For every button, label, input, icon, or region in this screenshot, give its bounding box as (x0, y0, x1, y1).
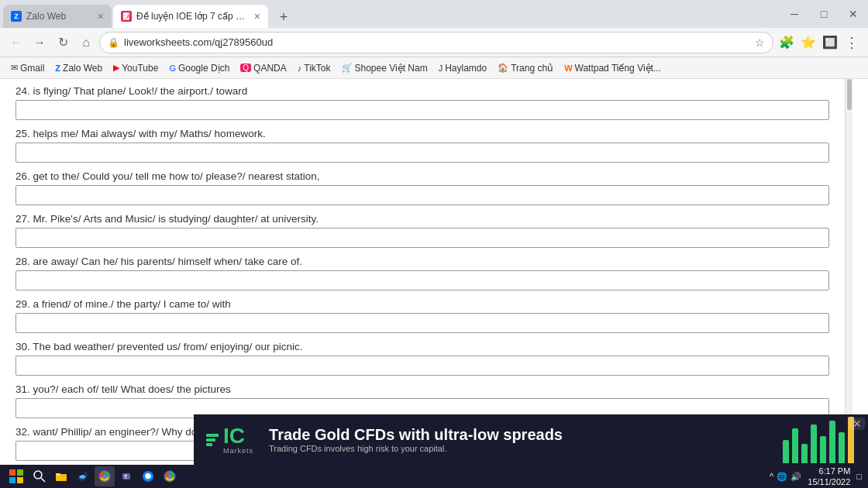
svg-point-9 (102, 474, 107, 479)
navigation-bar: ← → ↻ ⌂ 🔒 liveworksheets.com/qj2789560ud… (0, 28, 868, 57)
bookmark-zalo-label: Zalo Web (63, 63, 102, 74)
extension2-icon[interactable]: 🔲 (820, 33, 840, 53)
taskbar-chrome[interactable] (95, 466, 115, 486)
page-content: 24. is flying/ That plane/ Look!/ the ai… (0, 79, 868, 465)
menu-icon[interactable]: ⋮ (842, 33, 862, 53)
ad-logo-text: IC Markets (223, 425, 253, 455)
tray-sound-icon[interactable]: 🔊 (790, 472, 801, 482)
question-26: 26. get to the/ Could you/ tell me how t… (16, 170, 829, 205)
question-29-input[interactable] (16, 313, 829, 333)
extensions-icon[interactable]: 🧩 (777, 33, 797, 53)
bookmark-shopee[interactable]: 🛒 Shopee Việt Nam (337, 61, 432, 75)
address-bar[interactable]: 🔒 liveworksheets.com/qj2789560ud ☆ (99, 32, 773, 53)
qanda-icon: Q (240, 64, 251, 72)
window-controls: ─ □ ✕ (780, 0, 868, 28)
notification-icon[interactable]: □ (856, 472, 862, 481)
start-button[interactable] (6, 466, 26, 486)
tab-zalo-web[interactable]: Z Zalo Web × (3, 5, 112, 28)
question-24-text: 24. is flying/ That plane/ Look!/ the ai… (16, 85, 829, 97)
date: 15/11/2022 (808, 476, 850, 487)
taskbar-search[interactable] (29, 466, 50, 486)
bookmark-youtube[interactable]: ▶ YouTube (108, 61, 163, 75)
bookmark-gmail-label: Gmail (20, 63, 44, 74)
question-25-input[interactable] (16, 143, 829, 163)
address-text: liveworksheets.com/qj2789560ud (124, 36, 750, 48)
tray-up-icon[interactable]: ^ (770, 472, 773, 481)
bookmark-haylamdo-label: Haylamdo (445, 63, 487, 74)
bookmark-trang-chu-label: Trang chủ (511, 63, 553, 74)
question-26-input[interactable] (16, 185, 829, 205)
taskbar: T ^ 🌐 🔊 6:17 PM 15/11/20 (0, 465, 868, 488)
tray-network-icon[interactable]: 🌐 (777, 472, 787, 482)
svg-line-5 (41, 478, 45, 482)
browser-chrome: Z Zalo Web × 📝 Đề luyện IOE lớp 7 cấp qu… (0, 0, 868, 79)
svg-text:T: T (124, 474, 128, 479)
tab-ioe-close[interactable]: × (254, 10, 260, 22)
ad-banner: IC Markets Trade Gold CFDs with ultra-lo… (194, 414, 868, 465)
question-29-text: 29. a friend/ of mine./ the party/ I cam… (16, 298, 829, 310)
taskbar-file-explorer[interactable] (51, 466, 71, 486)
youtube-icon: ▶ (113, 63, 119, 73)
ioe-favicon: 📝 (121, 11, 132, 22)
ad-logo-ic: IC (223, 425, 245, 447)
bookmark-google-dich-label: Google Dịch (178, 63, 229, 74)
tab-zalo-close[interactable]: × (98, 10, 104, 22)
profile-icon[interactable]: ⭐ (798, 33, 818, 53)
scrollbar[interactable] (845, 79, 852, 465)
question-31: 31. you?/ each of/ tell/ What does/ the … (16, 383, 829, 418)
ad-logo-bars (206, 434, 219, 446)
taskbar-edge[interactable] (73, 466, 93, 486)
question-26-text: 26. get to the/ Could you/ tell me how t… (16, 170, 829, 182)
ad-headline-pre: Trade Gold CFDs (269, 426, 394, 443)
tab-ioe[interactable]: 📝 Đề luyện IOE lớp 7 cấp quận wor × (113, 5, 268, 28)
question-30-input[interactable] (16, 356, 829, 376)
svg-rect-2 (9, 477, 16, 483)
scrollbar-thumb[interactable] (847, 79, 852, 110)
forward-button[interactable]: → (29, 33, 50, 53)
question-27-input[interactable] (16, 228, 829, 248)
tab-bar: Z Zalo Web × 📝 Đề luyện IOE lớp 7 cấp qu… (0, 0, 868, 28)
question-25-text: 25. helps me/ Mai always/ with my/ Maths… (16, 128, 829, 139)
reload-button[interactable]: ↻ (53, 33, 73, 53)
ad-headline-mid: with ultra-low spreads (394, 426, 563, 443)
taskbar-messenger[interactable] (138, 466, 158, 486)
close-button[interactable]: ✕ (839, 0, 868, 28)
bookmark-wattpad-label: Wattpad Tiếng Việt... (575, 63, 661, 74)
home-button[interactable]: ⌂ (76, 33, 96, 53)
time-date-display[interactable]: 6:17 PM 15/11/2022 (808, 466, 850, 488)
question-24-input[interactable] (16, 100, 829, 120)
clock: 6:17 PM (808, 466, 850, 476)
taskbar-chrome2[interactable] (160, 466, 180, 486)
bookmark-haylamdo[interactable]: J Haylamdo (434, 61, 492, 75)
tiktok-icon: ♪ (298, 64, 302, 73)
bookmark-qanda-label: QANDA (253, 63, 287, 74)
bookmark-qanda[interactable]: Q QANDA (236, 61, 291, 75)
new-tab-button[interactable]: + (273, 6, 294, 28)
question-25: 25. helps me/ Mai always/ with my/ Maths… (16, 128, 829, 163)
question-29: 29. a friend/ of mine./ the party/ I cam… (16, 298, 829, 333)
svg-rect-7 (56, 473, 60, 476)
taskbar-teams[interactable]: T (116, 466, 136, 486)
zalo-bm-icon: Z (55, 64, 60, 73)
tab-ioe-title: Đề luyện IOE lớp 7 cấp quận wor (136, 11, 250, 22)
google-translate-icon: G (169, 64, 176, 73)
bookmark-google-dich[interactable]: G Google Dịch (164, 61, 234, 75)
maximize-button[interactable]: □ (809, 0, 839, 28)
ad-close-button[interactable]: ✕ (849, 418, 865, 430)
bookmark-star-icon[interactable]: ☆ (755, 36, 765, 49)
bookmarks-bar: ✉ Gmail Z Zalo Web ▶ YouTube G Google Dị… (0, 57, 868, 79)
shopee-icon: 🛒 (342, 63, 353, 73)
question-28-input[interactable] (16, 270, 829, 290)
bookmark-shopee-label: Shopee Việt Nam (355, 63, 428, 74)
bookmark-tiktok[interactable]: ♪ TikTok (293, 61, 336, 75)
ad-chart (783, 417, 856, 463)
bookmark-wattpad[interactable]: W Wattpad Tiếng Việt... (560, 61, 666, 75)
bookmark-zalo[interactable]: Z Zalo Web (50, 61, 107, 75)
ad-content: Trade Gold CFDs with ultra-low spreads T… (269, 426, 563, 453)
bookmark-trang-chu[interactable]: 🏠 Trang chủ (493, 61, 558, 75)
bookmark-gmail[interactable]: ✉ Gmail (6, 61, 49, 75)
minimize-button[interactable]: ─ (780, 0, 809, 28)
taskbar-icons: T (29, 466, 180, 486)
back-button[interactable]: ← (6, 33, 26, 53)
wattpad-icon: W (564, 64, 572, 73)
